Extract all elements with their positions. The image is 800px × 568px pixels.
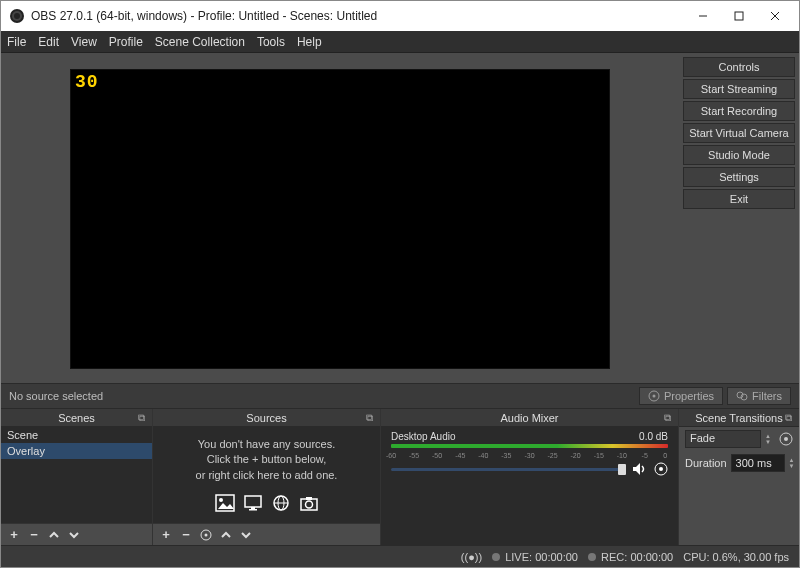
maximize-button[interactable] <box>721 2 757 30</box>
svg-rect-15 <box>249 509 257 511</box>
exit-button[interactable]: Exit <box>683 189 795 209</box>
browser-source-icon <box>270 493 292 513</box>
db-ticks: -60 -55 -50 -45 -40 -35 -30 -25 -20 -15 … <box>391 452 668 460</box>
filters-label: Filters <box>752 390 782 402</box>
app-window: OBS 27.0.1 (64-bit, windows) - Profile: … <box>0 0 800 568</box>
fps-overlay: 30 <box>75 72 99 92</box>
scenes-list[interactable]: Scene Overlay <box>1 427 152 523</box>
menu-help[interactable]: Help <box>297 35 322 49</box>
start-virtual-camera-button[interactable]: Start Virtual Camera <box>683 123 795 143</box>
popout-icon[interactable]: ⧉ <box>362 411 376 425</box>
duration-input[interactable] <box>731 454 785 472</box>
track-db: 0.0 dB <box>639 431 668 442</box>
window-title: OBS 27.0.1 (64-bit, windows) - Profile: … <box>31 9 685 23</box>
docks: Scenes⧉ Scene Overlay + − Sources⧉ You d… <box>1 409 799 545</box>
cpu-status: CPU: 0.6%, 30.00 fps <box>683 551 789 563</box>
transition-settings-button[interactable] <box>779 432 793 446</box>
level-scale <box>391 444 668 448</box>
popout-icon[interactable]: ⧉ <box>660 411 674 425</box>
source-toolbar: No source selected Properties Filters <box>1 383 799 409</box>
transition-select[interactable]: Fade <box>685 430 761 448</box>
app-icon <box>9 8 25 24</box>
close-button[interactable] <box>757 2 793 30</box>
volume-slider[interactable] <box>391 468 626 471</box>
source-up-button[interactable] <box>219 528 233 542</box>
add-scene-button[interactable]: + <box>7 528 21 542</box>
camera-source-icon <box>298 493 320 513</box>
sources-empty-message: You don't have any sources. Click the + … <box>153 427 380 489</box>
svg-point-12 <box>219 498 223 502</box>
audio-track: Desktop Audio 0.0 dB -60 -55 -50 -45 -40… <box>381 427 678 476</box>
svg-point-8 <box>652 395 655 398</box>
svg-rect-4 <box>735 12 743 20</box>
menu-tools[interactable]: Tools <box>257 35 285 49</box>
duration-label: Duration <box>685 457 727 469</box>
menu-edit[interactable]: Edit <box>38 35 59 49</box>
filters-icon <box>736 390 748 402</box>
start-streaming-button[interactable]: Start Streaming <box>683 79 795 99</box>
mixer-body: Desktop Audio 0.0 dB -60 -55 -50 -45 -40… <box>381 427 678 545</box>
menu-profile[interactable]: Profile <box>109 35 143 49</box>
properties-label: Properties <box>664 390 714 402</box>
popout-icon[interactable]: ⧉ <box>781 411 795 425</box>
filters-button[interactable]: Filters <box>727 387 791 405</box>
slider-thumb[interactable] <box>618 464 626 475</box>
minimize-button[interactable] <box>685 2 721 30</box>
properties-button[interactable]: Properties <box>639 387 723 405</box>
svg-rect-14 <box>251 507 255 509</box>
svg-rect-20 <box>306 497 312 500</box>
sources-footer: + − <box>153 523 380 545</box>
controls-dock: Controls Start Streaming Start Recording… <box>679 53 799 383</box>
sources-header: Sources⧉ <box>153 409 380 427</box>
sources-list[interactable]: You don't have any sources. Click the + … <box>153 427 380 523</box>
start-recording-button[interactable]: Start Recording <box>683 101 795 121</box>
menubar: File Edit View Profile Scene Collection … <box>1 31 799 53</box>
menu-view[interactable]: View <box>71 35 97 49</box>
transition-select-spin[interactable]: ▲▼ <box>765 433 775 445</box>
source-down-button[interactable] <box>239 528 253 542</box>
svg-point-21 <box>305 501 312 508</box>
transitions-header: Scene Transitions⧉ <box>679 409 799 427</box>
scene-item[interactable]: Scene <box>1 427 152 443</box>
svg-rect-13 <box>245 496 261 507</box>
image-source-icon <box>214 493 236 513</box>
app-body: 30 Controls Start Streaming Start Record… <box>1 53 799 567</box>
gear-icon <box>648 390 660 402</box>
scenes-header: Scenes⧉ <box>1 409 152 427</box>
studio-mode-button[interactable]: Studio Mode <box>683 145 795 165</box>
remove-source-button[interactable]: − <box>179 528 193 542</box>
svg-point-23 <box>205 533 208 536</box>
no-source-label: No source selected <box>9 390 635 402</box>
mixer-header: Audio Mixer⧉ <box>381 409 678 427</box>
source-type-icons <box>153 493 380 513</box>
status-bar: ((●)) LIVE: 00:00:00 REC: 00:00:00 CPU: … <box>1 545 799 567</box>
menu-file[interactable]: File <box>7 35 26 49</box>
scenes-footer: + − <box>1 523 152 545</box>
settings-button[interactable]: Settings <box>683 167 795 187</box>
track-settings-button[interactable] <box>654 462 668 476</box>
track-name: Desktop Audio <box>391 431 456 442</box>
titlebar: OBS 27.0.1 (64-bit, windows) - Profile: … <box>1 1 799 31</box>
controls-header: Controls <box>683 57 795 77</box>
sources-dock: Sources⧉ You don't have any sources. Cli… <box>153 409 381 545</box>
menu-scene-collection[interactable]: Scene Collection <box>155 35 245 49</box>
transitions-dock: Scene Transitions⧉ Fade ▲▼ Duration ▲▼ <box>679 409 799 545</box>
upper-region: 30 Controls Start Streaming Start Record… <box>1 53 799 383</box>
preview-canvas[interactable]: 30 <box>70 69 610 369</box>
scene-up-button[interactable] <box>47 528 61 542</box>
remove-scene-button[interactable]: − <box>27 528 41 542</box>
live-status: LIVE: 00:00:00 <box>492 551 578 563</box>
svg-point-27 <box>784 437 788 441</box>
speaker-icon[interactable] <box>632 462 648 476</box>
rec-status: REC: 00:00:00 <box>588 551 673 563</box>
duration-spin[interactable]: ▲▼ <box>789 457 795 469</box>
add-source-button[interactable]: + <box>159 528 173 542</box>
source-settings-button[interactable] <box>199 528 213 542</box>
svg-point-25 <box>659 467 663 471</box>
scene-item[interactable]: Overlay <box>1 443 152 459</box>
audio-mixer-dock: Audio Mixer⧉ Desktop Audio 0.0 dB -60 -5… <box>381 409 679 545</box>
preview-container: 30 <box>1 53 679 383</box>
popout-icon[interactable]: ⧉ <box>134 411 148 425</box>
scene-down-button[interactable] <box>67 528 81 542</box>
svg-point-2 <box>14 13 20 19</box>
